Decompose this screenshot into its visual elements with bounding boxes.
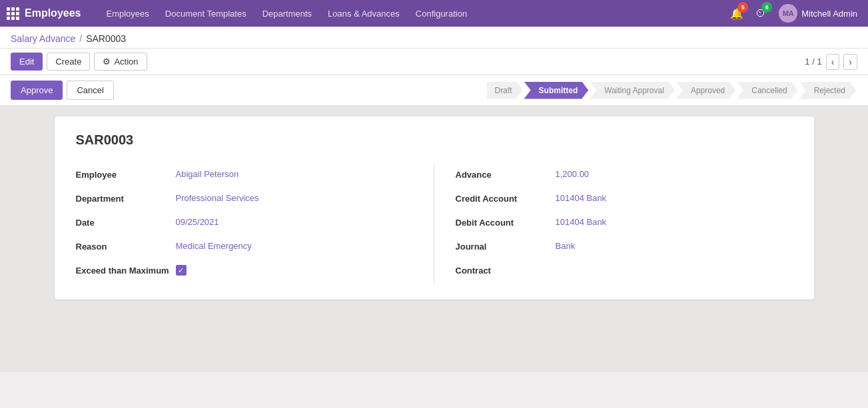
field-employee: Employee Abigail Peterson [76,164,412,188]
field-reason: Reason Medical Emergency [76,236,412,260]
field-department-value[interactable]: Professional Services [176,193,259,203]
exceed-maximum-checkbox[interactable]: ✓ [176,265,187,276]
topnav-right: 🔔 5 ⏲ 6 MA Mitchell Admin [727,3,861,23]
toolbar: Edit Create ⚙ Action 1 / 1 ‹ › [0,49,868,75]
avatar: MA [779,4,797,23]
action-label: Action [114,57,138,67]
nav-links: Employees Document Templates Departments… [98,0,727,27]
field-debit-account: Debit Account 101404 Bank [456,212,793,236]
field-credit-account-value[interactable]: 101404 Bank [556,193,607,203]
workflow-pipeline: Draft Submitted Waiting Approval Approve… [487,82,857,99]
field-department-label: Department [76,193,176,204]
create-button[interactable]: Create [47,53,90,71]
breadcrumb: Salary Advance / SAR0003 [0,27,868,49]
stage-submitted-label: Submitted [539,86,578,95]
field-contract: Contract [456,260,793,284]
app-logo[interactable]: Employees [7,7,91,20]
stage-waiting-approval-label: Waiting Approval [604,86,664,95]
nav-link-employees[interactable]: Employees [98,0,157,27]
nav-link-loans[interactable]: Loans & Advances [320,0,408,27]
stage-approved[interactable]: Approved [676,82,735,99]
pager: 1 / 1 ‹ › [805,54,857,70]
field-journal-value[interactable]: Bank [556,241,576,251]
field-advance: Advance 1,200.00 [456,164,793,188]
breadcrumb-parent[interactable]: Salary Advance [11,33,75,44]
approve-button[interactable]: Approve [11,81,63,100]
field-employee-value[interactable]: Abigail Peterson [176,169,239,179]
stage-draft-label: Draft [495,86,512,95]
stage-cancelled-label: Cancelled [751,86,787,95]
cancel-record-button[interactable]: Cancel [67,81,113,100]
field-journal: Journal Bank [456,236,793,260]
nav-link-departments[interactable]: Departments [254,0,320,27]
record-title: SAR0003 [76,132,793,148]
fields-right: Advance 1,200.00 Credit Account 101404 B… [434,164,793,284]
stage-rejected[interactable]: Rejected [799,82,856,99]
field-employee-label: Employee [76,169,176,180]
field-contract-label: Contract [456,265,556,276]
field-date-value[interactable]: 09/25/2021 [176,217,219,227]
field-advance-label: Advance [456,169,556,180]
app-name: Employees [25,7,81,19]
pager-next-button[interactable]: › [843,54,857,70]
edit-button[interactable]: Edit [11,53,43,71]
stage-waiting-approval[interactable]: Waiting Approval [590,82,675,99]
user-menu[interactable]: MA Mitchell Admin [775,4,861,23]
notification-badge: 5 [737,2,748,13]
nav-link-doc-templates[interactable]: Document Templates [157,0,254,27]
activity-badge: 6 [761,2,772,13]
pager-prev-button[interactable]: ‹ [826,54,840,70]
breadcrumb-current: SAR0003 [86,33,126,44]
field-reason-value[interactable]: Medical Emergency [176,241,252,251]
user-name: Mitchell Admin [801,9,857,19]
field-department: Department Professional Services [76,188,412,212]
stage-rejected-label: Rejected [814,86,845,95]
stage-cancelled[interactable]: Cancelled [737,82,797,99]
fields-left: Employee Abigail Peterson Department Pro… [76,164,434,284]
field-date: Date 09/25/2021 [76,212,412,236]
field-credit-account-label: Credit Account [456,193,556,204]
stage-approved-label: Approved [691,86,725,95]
field-exceed-maximum: Exceed than Maximum ✓ [76,260,412,284]
field-journal-label: Journal [456,241,556,252]
stage-draft[interactable]: Draft [487,82,523,99]
field-advance-value[interactable]: 1,200.00 [556,169,590,179]
content-area: SAR0003 Employee Abigail Peterson Depart… [0,106,868,372]
statusbar: Approve Cancel Draft Submitted Waiting A… [0,75,868,106]
field-debit-account-value[interactable]: 101404 Bank [556,217,607,227]
gear-icon: ⚙ [103,57,111,67]
field-credit-account: Credit Account 101404 Bank [456,188,793,212]
field-debit-account-label: Debit Account [456,217,556,228]
stage-submitted[interactable]: Submitted [524,82,589,99]
field-reason-label: Reason [76,241,176,252]
notifications-button[interactable]: 🔔 5 [727,3,747,23]
record-fields: Employee Abigail Peterson Department Pro… [76,164,793,284]
field-exceed-maximum-label: Exceed than Maximum [76,265,176,276]
activities-button[interactable]: ⏲ 6 [751,3,771,23]
top-navigation: Employees Employees Document Templates D… [0,0,868,27]
record-card: SAR0003 Employee Abigail Peterson Depart… [55,116,814,300]
action-buttons: Approve Cancel [11,81,487,100]
grid-icon [7,7,19,20]
field-date-label: Date [76,217,176,228]
breadcrumb-separator: / [79,33,82,44]
nav-link-configuration[interactable]: Configuration [408,0,475,27]
pager-count: 1 / 1 [805,57,821,67]
action-button[interactable]: ⚙ Action [94,53,147,71]
